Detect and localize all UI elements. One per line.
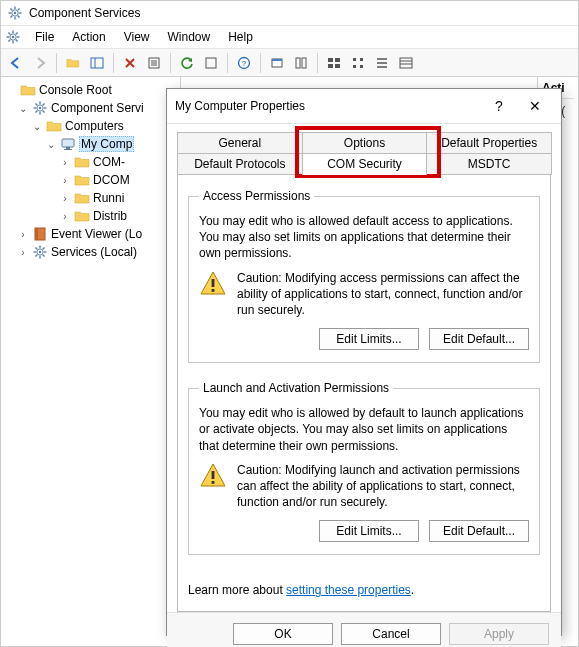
svg-rect-27	[272, 59, 282, 61]
expander-icon[interactable]: ›	[59, 157, 71, 168]
learn-more-link[interactable]: setting these properties	[286, 583, 411, 597]
menu-window[interactable]: Window	[160, 28, 219, 46]
edit-default-button[interactable]: Edit Default...	[429, 520, 529, 542]
back-button[interactable]	[5, 52, 27, 74]
svg-rect-28	[296, 58, 300, 68]
tree-label: My Comp	[79, 136, 134, 152]
svg-rect-31	[335, 58, 340, 62]
view-small-button[interactable]	[347, 52, 369, 74]
group-access-permissions: Access Permissions You may edit who is a…	[188, 189, 540, 363]
svg-rect-35	[360, 58, 363, 61]
tab-options[interactable]: Options	[302, 132, 428, 153]
expander-icon[interactable]: ⌄	[17, 103, 29, 114]
folder-icon	[74, 208, 90, 224]
tree-item-com-plus[interactable]: › COM-	[3, 153, 178, 171]
up-button[interactable]	[62, 52, 84, 74]
tab-general[interactable]: General	[177, 132, 303, 153]
edit-limits-button[interactable]: Edit Limits...	[319, 520, 419, 542]
group-launch-permissions: Launch and Activation Permissions You ma…	[188, 381, 540, 555]
export-button[interactable]	[200, 52, 222, 74]
refresh-button[interactable]	[176, 52, 198, 74]
edit-default-button[interactable]: Edit Default...	[429, 328, 529, 350]
menu-view[interactable]: View	[116, 28, 158, 46]
toolbar-separator	[260, 53, 261, 73]
dialog-body: General Options Default Properties Defau…	[167, 124, 561, 612]
tab-strip: General Options Default Properties Defau…	[177, 132, 551, 175]
tree-label: Console Root	[39, 83, 112, 97]
svg-rect-33	[335, 64, 340, 68]
tree-item-computers[interactable]: ⌄ Computers	[3, 117, 178, 135]
expander-icon[interactable]: ⌄	[45, 139, 57, 150]
expander-icon[interactable]: ›	[17, 247, 29, 258]
delete-button[interactable]	[119, 52, 141, 74]
app-icon	[7, 5, 23, 21]
expander-icon[interactable]: ⌄	[31, 121, 43, 132]
expander-icon[interactable]: ›	[59, 175, 71, 186]
tree-item-console-root[interactable]: Console Root	[3, 81, 178, 99]
tree-item-event-viewer[interactable]: › Event Viewer (Lo	[3, 225, 178, 243]
toolbar-separator	[113, 53, 114, 73]
tree-label: Services (Local)	[51, 245, 137, 259]
cancel-button[interactable]: Cancel	[341, 623, 441, 645]
view-detail-button[interactable]	[395, 52, 417, 74]
help-button[interactable]: ?	[233, 52, 255, 74]
tab-panel-com-security: Access Permissions You may edit who is a…	[177, 175, 551, 612]
tile-button[interactable]	[290, 52, 312, 74]
access-description: You may edit who is allowed default acce…	[199, 213, 529, 262]
svg-rect-29	[302, 58, 306, 68]
tree-label: Distrib	[93, 209, 127, 223]
tree-label: Runni	[93, 191, 124, 205]
close-button[interactable]: ✕	[517, 95, 553, 117]
gear-icon	[32, 100, 48, 116]
forward-button[interactable]	[29, 52, 51, 74]
svg-rect-34	[353, 58, 356, 61]
apply-button[interactable]: Apply	[449, 623, 549, 645]
toolbar-separator	[170, 53, 171, 73]
properties-dialog: My Computer Properties ? ✕ General Optio…	[166, 88, 562, 636]
properties-button[interactable]	[143, 52, 165, 74]
svg-rect-36	[353, 65, 356, 68]
tree-item-my-computer[interactable]: ⌄ My Comp	[3, 135, 178, 153]
dialog-title: My Computer Properties	[175, 99, 481, 113]
view-large-button[interactable]	[323, 52, 345, 74]
learn-prefix: Learn more about	[188, 583, 286, 597]
book-icon	[32, 226, 48, 242]
expander-icon[interactable]: ›	[17, 229, 29, 240]
svg-rect-23	[206, 58, 216, 68]
tree-label: COM-	[93, 155, 125, 169]
tab-com-security[interactable]: COM Security	[302, 153, 428, 175]
show-hide-tree-button[interactable]	[86, 52, 108, 74]
tree-label: DCOM	[93, 173, 130, 187]
expander-icon[interactable]: ›	[59, 193, 71, 204]
dialog-titlebar: My Computer Properties ? ✕	[167, 89, 561, 124]
folder-icon	[74, 154, 90, 170]
help-button[interactable]: ?	[481, 95, 517, 117]
svg-rect-37	[360, 65, 363, 68]
ok-button[interactable]: OK	[233, 623, 333, 645]
tab-msdtc[interactable]: MSDTC	[426, 153, 552, 175]
tree-item-dcom[interactable]: › DCOM	[3, 171, 178, 189]
caution-text: Caution: Modifying access permissions ca…	[237, 270, 529, 319]
group-legend: Access Permissions	[199, 189, 314, 203]
tree-label: Computers	[65, 119, 124, 133]
menu-action[interactable]: Action	[64, 28, 113, 46]
learn-more: Learn more about setting these propertie…	[188, 569, 540, 605]
menu-help[interactable]: Help	[220, 28, 261, 46]
toolbar-separator	[227, 53, 228, 73]
view-list-button[interactable]	[371, 52, 393, 74]
edit-limits-button[interactable]: Edit Limits...	[319, 328, 419, 350]
toolbar: ?	[1, 49, 578, 77]
tree-item-services[interactable]: › Services (Local)	[3, 243, 178, 261]
folder-icon	[74, 172, 90, 188]
menu-file[interactable]: File	[27, 28, 62, 46]
expander-icon[interactable]: ›	[59, 211, 71, 222]
tree-panel[interactable]: Console Root ⌄ Component Servi ⌄ Compute…	[1, 77, 181, 646]
tree-item-component-services[interactable]: ⌄ Component Servi	[3, 99, 178, 117]
launch-caution: Caution: Modifying launch and activation…	[199, 462, 529, 511]
tree-item-distributed[interactable]: › Distrib	[3, 207, 178, 225]
tab-default-properties[interactable]: Default Properties	[426, 132, 552, 153]
tree-item-running[interactable]: › Runni	[3, 189, 178, 207]
new-window-button[interactable]	[266, 52, 288, 74]
caution-text: Caution: Modifying launch and activation…	[237, 462, 529, 511]
tab-default-protocols[interactable]: Default Protocols	[177, 153, 303, 175]
